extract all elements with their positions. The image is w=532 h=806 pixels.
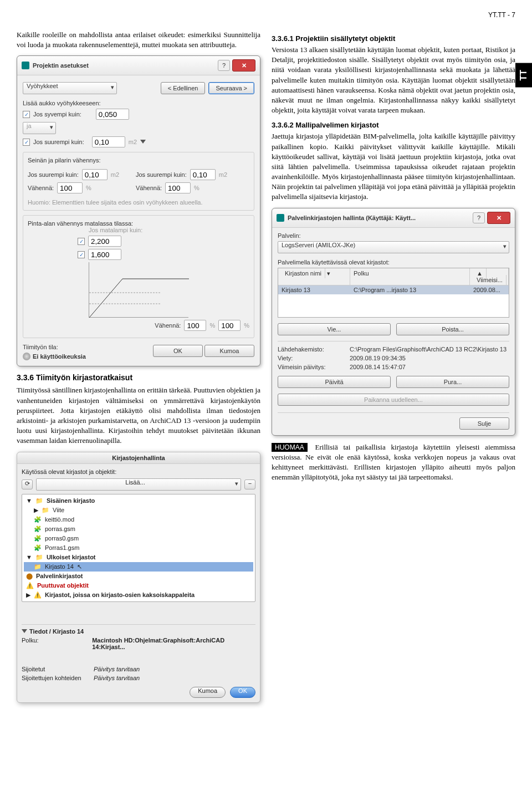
lbl-palvelin: Palvelin: bbox=[278, 232, 509, 239]
tree-label: porras.gsm bbox=[45, 526, 75, 532]
chk-suurempi[interactable]: ✓ bbox=[23, 139, 30, 146]
mac-kumoa-button[interactable]: Kumoa bbox=[190, 687, 226, 698]
paikanna-button[interactable]: Paikanna uudelleen... bbox=[278, 394, 509, 406]
dialog-title: Palvelinkirjastojen hallinta (Käyttäjä: … bbox=[288, 215, 473, 221]
tree-label: keittiö.mod bbox=[45, 516, 74, 523]
logic-select[interactable]: ja bbox=[23, 122, 56, 134]
input-su-left[interactable] bbox=[82, 169, 108, 180]
tree-label: Ulkoiset kirjastot bbox=[47, 554, 96, 560]
tree-item: Puuttuvat objektit bbox=[24, 581, 253, 590]
val-lahde: C:\Program Files\Graphisoft\ArchiCAD 13 … bbox=[350, 346, 507, 353]
cursor-icon: ↖ bbox=[77, 563, 82, 570]
lbl-pinta-ala: Pinta-alan vähennys matalassa tilassa: bbox=[28, 220, 249, 227]
poista-button[interactable]: Poista... bbox=[396, 323, 509, 335]
lbl-syvempi: Jos syvempi kuin: bbox=[33, 111, 81, 118]
vie-button[interactable]: Vie... bbox=[278, 323, 391, 335]
close-button[interactable]: ✕ bbox=[487, 212, 510, 224]
tree-item: ▶Viite bbox=[24, 506, 253, 515]
input-h1[interactable] bbox=[88, 236, 121, 247]
unit-m2-left: m2 bbox=[111, 171, 119, 178]
mac-ok-button[interactable]: OK bbox=[230, 687, 255, 698]
palvelinkirjastot-dialog: Palvelinkirjastojen hallinta (Käyttäjä: … bbox=[272, 208, 515, 436]
intro-paragraph: Kaikille rooleille on mahdollista antaa … bbox=[17, 30, 260, 50]
dialog-icon bbox=[277, 214, 284, 222]
library-tree[interactable]: ▼Sisäinen kirjasto ▶Viite keittiö.mod po… bbox=[22, 494, 255, 602]
tiedot-header: Tiedot / Kirjasto 14 bbox=[29, 628, 84, 635]
tree-label: Sisäinen kirjasto bbox=[47, 497, 95, 504]
lbl-viety: Viety: bbox=[278, 355, 350, 361]
heading-336: 3.3.6 Tiimityön kirjastoratkaisut bbox=[17, 373, 260, 382]
para-3361: Versiosta 13 alkaen sisällytetään käyttä… bbox=[272, 45, 515, 115]
input-h2[interactable] bbox=[88, 249, 121, 260]
chevron-down-icon[interactable] bbox=[140, 140, 146, 144]
section-aukko-label: Lisää aukko vyöhykkeeseen: bbox=[23, 100, 254, 106]
para-3362: Jaettuja kirjastoja ylläpidetään BIM-pal… bbox=[272, 131, 515, 202]
sulje-button[interactable]: Sulje bbox=[459, 417, 509, 430]
server-select[interactable]: LogsServeri (AMILOX-JKe) bbox=[278, 241, 509, 253]
lbl-vah-bottom: Vähennä: bbox=[155, 322, 181, 329]
huomio-text: Huomio: Elementtien tulee sijaita edes o… bbox=[28, 199, 249, 206]
input-vah-b2[interactable] bbox=[218, 320, 241, 331]
ok-button[interactable]: OK bbox=[153, 345, 203, 357]
chk-h2[interactable]: ✓ bbox=[78, 251, 85, 258]
lisaa-dropdown[interactable]: Lisää... bbox=[36, 478, 241, 491]
heading-3361: 3.3.6.1 Projektiin sisällytetyt objektit bbox=[272, 34, 515, 43]
tt-side-tab: TT bbox=[515, 63, 532, 88]
page-number: YT.TT - 7 bbox=[17, 11, 515, 19]
mac-sub: Käytössä olevat kirjastot ja objektit: bbox=[22, 468, 255, 475]
input-vah-right[interactable] bbox=[165, 182, 191, 193]
th-viim[interactable]: ▲ Viimeisi... bbox=[470, 268, 509, 285]
pura-button[interactable]: Pura... bbox=[396, 376, 509, 388]
huomaa-text: Erillisiä tai paikallisia kirjastoja käy… bbox=[272, 443, 515, 482]
input-su-right[interactable] bbox=[190, 169, 216, 180]
kirjastojenhallinta-dialog: Kirjastojenhallinta Käytössä olevat kirj… bbox=[17, 452, 260, 703]
chk-h1[interactable]: ✓ bbox=[78, 238, 85, 245]
lbl-suurempi: Jos suurempi kuin: bbox=[33, 139, 84, 145]
cell-nimi: Kirjasto 13 bbox=[278, 285, 350, 294]
remove-icon[interactable]: − bbox=[244, 479, 255, 489]
pct-b2: % bbox=[244, 322, 249, 329]
chevron-down-icon[interactable] bbox=[22, 629, 27, 634]
tree-label: Viite bbox=[53, 507, 64, 513]
input-syvempi[interactable] bbox=[96, 109, 129, 120]
input-vah-left[interactable] bbox=[57, 182, 83, 193]
dialog-icon bbox=[22, 62, 29, 69]
unit-pct-left: % bbox=[86, 185, 91, 191]
lbl-vah-right: Vähennä: bbox=[136, 185, 162, 191]
th-polku[interactable]: Polku bbox=[350, 268, 470, 285]
dialog-title: Projektin asetukset bbox=[33, 62, 218, 69]
unit-pct-right: % bbox=[194, 185, 200, 191]
server-libs-list[interactable]: Kirjaston nimi ▾ Polku ▲ Viimeisi... Kir… bbox=[278, 268, 509, 318]
chk-syvempi[interactable]: ✓ bbox=[23, 111, 30, 118]
th-nimi[interactable]: Kirjaston nimi ▾ bbox=[278, 268, 350, 285]
tree-label: Kirjastot, joissa on kirjasto-osien kaks… bbox=[45, 591, 195, 598]
list-row: Kirjasto 13 C:\Program ...irjasto 13 200… bbox=[278, 285, 509, 294]
lbl-su-left: Jos suurempi kuin: bbox=[28, 171, 79, 178]
tree-item: ▶Kirjastot, joissa on kirjasto-osien kak… bbox=[24, 590, 253, 600]
lbl-sijk: Sijoitettujen kohteiden bbox=[22, 675, 94, 681]
tree-item: ▼Ulkoiset kirjastot bbox=[24, 553, 253, 562]
tree-item: Porras1.gsm bbox=[24, 543, 253, 553]
tree-label: Puuttuvat objektit bbox=[37, 582, 89, 589]
tree-item: keittiö.mod bbox=[24, 515, 253, 524]
input-vah-b1[interactable] bbox=[184, 320, 206, 331]
refresh-icon[interactable]: ⟳ bbox=[22, 479, 33, 489]
input-suurempi[interactable] bbox=[92, 136, 125, 147]
tree-item-selected: Kirjasto 14 ↖ bbox=[24, 562, 253, 572]
paivita-button[interactable]: Päivitä bbox=[278, 376, 391, 388]
tree-label: Kirjasto 14 bbox=[45, 563, 74, 570]
close-button[interactable]: ✕ bbox=[232, 59, 255, 72]
pct-b1: % bbox=[209, 322, 215, 329]
prev-button[interactable]: < Edellinen bbox=[161, 82, 206, 94]
val-polku: Macintosh HD:Ohjelmat:Graphisoft:ArchiCA… bbox=[92, 637, 255, 650]
unit-m2-1: m2 bbox=[129, 139, 137, 145]
kumoa-button[interactable]: Kumoa bbox=[204, 345, 254, 357]
tree-label: Porras1.gsm bbox=[45, 544, 79, 551]
huomaa-badge: HUOMAA bbox=[272, 443, 308, 452]
next-button[interactable]: Seuraava > bbox=[208, 82, 254, 94]
heading-3362: 3.3.6.2 Mallipalvelimen kirjastot bbox=[272, 121, 515, 129]
tab-select[interactable]: Vyöhykkeet bbox=[23, 82, 117, 94]
help-button[interactable]: ? bbox=[473, 212, 485, 223]
svg-line-0 bbox=[89, 279, 122, 318]
help-button[interactable]: ? bbox=[218, 60, 230, 71]
